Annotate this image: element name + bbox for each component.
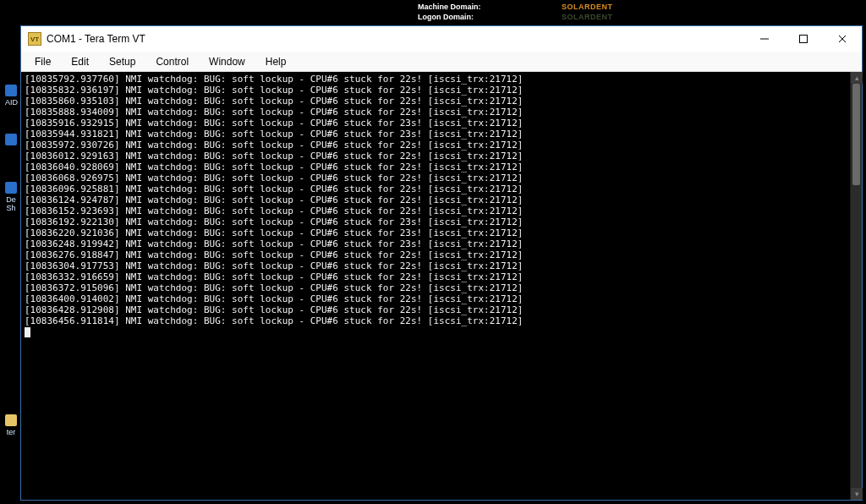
app-icon <box>5 182 17 194</box>
menu-window[interactable]: Window <box>199 52 255 71</box>
maximize-icon <box>798 34 808 44</box>
terminal-output[interactable]: [10835792.937760] NMI watchdog: BUG: sof… <box>21 72 850 500</box>
scroll-up-arrow-icon[interactable]: ▴ <box>851 72 863 84</box>
desktop-icon-document[interactable] <box>5 134 17 147</box>
desktop: Machine Domain: SOLARDENT Logon Domain: … <box>0 0 866 504</box>
drive-icon <box>5 85 17 96</box>
window-title: COM1 - Tera Term VT <box>47 33 145 45</box>
teraterm-app-icon: VT <box>28 32 41 46</box>
scroll-thumb[interactable] <box>852 84 860 185</box>
folder-icon <box>5 414 17 426</box>
menu-edit[interactable]: Edit <box>61 52 99 71</box>
terminal-scrollbar[interactable]: ▴ ▾ <box>850 72 862 500</box>
logon-domain-label: Logon Domain: <box>418 12 562 22</box>
scroll-down-arrow-icon[interactable]: ▾ <box>851 488 863 500</box>
svg-rect-1 <box>800 36 808 43</box>
menubar: File Edit Setup Control Window Help <box>21 52 862 72</box>
close-icon <box>837 34 847 44</box>
desktop-icon-desh[interactable]: De Sh <box>5 182 17 212</box>
desktop-icon-raid[interactable]: AID <box>5 85 17 107</box>
desktop-icon-folder[interactable]: ter <box>5 414 17 436</box>
minimize-button[interactable] <box>745 26 784 52</box>
window-titlebar[interactable]: VT COM1 - Tera Term VT <box>21 26 862 52</box>
maximize-button[interactable] <box>784 26 823 52</box>
menu-control[interactable]: Control <box>145 52 199 71</box>
machine-domain-value: SOLARDENT <box>562 2 613 12</box>
menu-setup[interactable]: Setup <box>99 52 145 71</box>
menu-help[interactable]: Help <box>255 52 297 71</box>
document-icon <box>5 134 17 145</box>
menu-file[interactable]: File <box>25 52 61 71</box>
logon-domain-value: SOLARDENT <box>562 12 613 22</box>
minimize-icon <box>759 34 770 44</box>
machine-domain-label: Machine Domain: <box>418 2 562 12</box>
teraterm-window: VT COM1 - Tera Term VT File Edit Setup C… <box>20 25 863 501</box>
close-button[interactable] <box>823 26 862 52</box>
terminal-area: [10835792.937760] NMI watchdog: BUG: sof… <box>21 72 862 500</box>
terminal-cursor <box>25 327 30 337</box>
desktop-info-overlay: Machine Domain: SOLARDENT Logon Domain: … <box>418 2 613 22</box>
